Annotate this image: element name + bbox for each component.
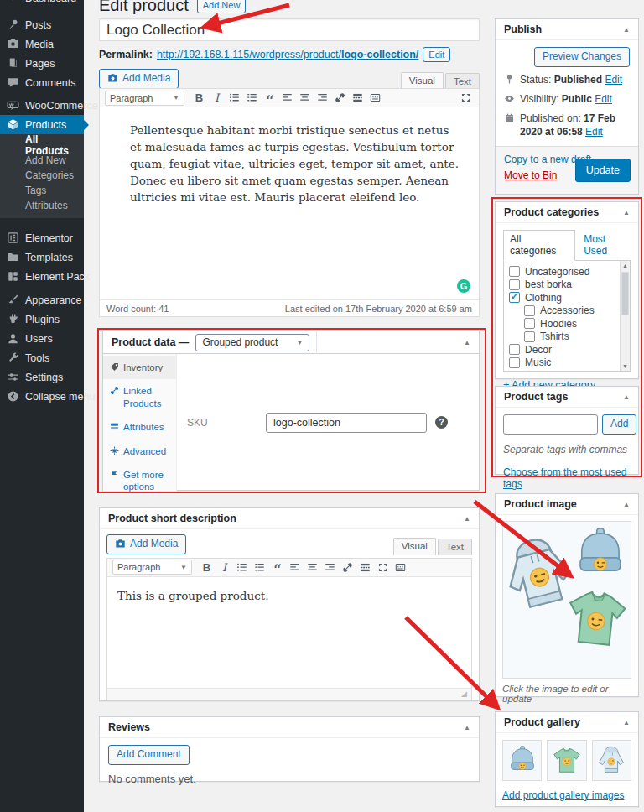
tab-advanced[interactable]: Advanced — [103, 440, 176, 463]
permalink-edit-button[interactable]: Edit — [423, 47, 450, 62]
insert-more-icon[interactable] — [357, 560, 373, 575]
gallery-thumb-hoodie[interactable] — [592, 740, 631, 781]
collapse-toggle-icon[interactable]: ▲ — [623, 501, 630, 508]
edit-published-link[interactable]: Edit — [585, 126, 603, 138]
numbered-list-icon[interactable] — [252, 560, 267, 575]
category-checkbox[interactable] — [509, 292, 520, 303]
scrollbar-thumb[interactable] — [621, 272, 629, 315]
bulleted-list-icon[interactable] — [226, 90, 242, 106]
submenu-item-all-products[interactable]: All Products — [0, 138, 84, 153]
preview-changes-button[interactable]: Preview Changes — [534, 47, 630, 67]
category-checkbox[interactable] — [524, 318, 535, 329]
gallery-thumb-beanie[interactable] — [502, 740, 542, 781]
bulleted-list-icon[interactable] — [234, 560, 250, 575]
numbered-list-icon[interactable] — [244, 90, 260, 106]
blockquote-icon[interactable]: “ — [262, 90, 278, 106]
gallery-thumb-tshirt[interactable] — [547, 740, 586, 781]
link-icon[interactable] — [332, 90, 348, 106]
fullscreen-icon[interactable] — [375, 560, 391, 575]
align-right-icon[interactable] — [322, 560, 338, 575]
sidebar-item-templates[interactable]: Templates — [0, 247, 84, 267]
align-center-icon[interactable] — [304, 560, 320, 575]
collapse-toggle-icon[interactable]: ▲ — [623, 719, 630, 726]
scroll-down-icon[interactable]: ▼ — [621, 363, 630, 369]
bold-icon[interactable]: B — [199, 560, 215, 575]
move-to-bin-link[interactable]: Move to Bin — [504, 169, 557, 181]
permalink-url[interactable]: http://192.168.1.115/wordpress/product/l… — [157, 49, 418, 60]
sidebar-item-settings[interactable]: Settings — [0, 367, 84, 387]
tab-get-more-options[interactable]: Get more options — [103, 463, 176, 499]
fullscreen-icon[interactable] — [458, 90, 474, 106]
sidebar-item-pages[interactable]: Pages — [0, 54, 84, 73]
category-checkbox[interactable] — [509, 279, 520, 290]
paragraph-dropdown[interactable]: Paragraph▼ — [112, 560, 192, 575]
submenu-item-categories[interactable]: Categories — [0, 168, 84, 183]
category-checkbox[interactable] — [524, 305, 535, 316]
edit-status-link[interactable]: Edit — [605, 74, 622, 86]
description-content[interactable]: Pellentesque habitant morbi tristique se… — [100, 107, 479, 299]
align-center-icon[interactable] — [297, 90, 313, 106]
collapse-toggle-icon[interactable]: ▲ — [464, 339, 470, 346]
category-checkbox[interactable] — [524, 331, 535, 342]
italic-icon[interactable]: I — [216, 560, 232, 575]
align-right-icon[interactable] — [314, 90, 330, 106]
toolbar-toggle-icon[interactable] — [392, 560, 408, 575]
editor-resize-bar[interactable]: ◢ — [107, 688, 471, 700]
submenu-item-attributes[interactable]: Attributes — [0, 198, 84, 213]
collapse-toggle-icon[interactable]: ▲ — [623, 209, 630, 216]
tags-input[interactable] — [503, 414, 598, 435]
sidebar-item-media[interactable]: Media — [0, 34, 84, 54]
sidebar-item-elementor[interactable]: Elementor — [0, 228, 84, 247]
italic-icon[interactable]: I — [209, 90, 225, 106]
link-icon[interactable] — [340, 560, 356, 575]
submenu-item-tags[interactable]: Tags — [0, 183, 84, 198]
sidebar-item-products[interactable]: Products — [0, 115, 84, 134]
sidebar-item-element-pack[interactable]: Element Pack — [0, 267, 84, 286]
tab-visual[interactable]: Visual — [401, 72, 444, 90]
tab-all-categories[interactable]: All categories — [503, 230, 575, 261]
category-checkbox[interactable] — [509, 266, 520, 277]
category-checkbox[interactable] — [509, 357, 520, 368]
tab-most-used[interactable]: Most Used — [584, 233, 631, 260]
update-button[interactable]: Update — [575, 159, 631, 182]
align-left-icon[interactable] — [287, 560, 303, 575]
add-media-button[interactable]: Add Media — [99, 69, 179, 89]
scrollbar[interactable]: ▲ ▼ — [620, 261, 630, 371]
align-left-icon[interactable] — [279, 90, 295, 106]
insert-more-icon[interactable] — [350, 90, 366, 106]
sidebar-item-users[interactable]: Users — [0, 329, 84, 348]
sidebar-item-appearance[interactable]: Appearance — [0, 290, 84, 310]
collapse-toggle-icon[interactable]: ▲ — [464, 515, 470, 523]
tab-text[interactable]: Text — [438, 539, 472, 555]
blockquote-icon[interactable]: “ — [269, 560, 285, 575]
tab-attributes[interactable]: Attributes — [103, 415, 176, 439]
edit-visibility-link[interactable]: Edit — [595, 93, 612, 105]
sidebar-collapse-menu[interactable]: Collapse menu — [0, 387, 84, 406]
sku-input[interactable] — [266, 413, 427, 433]
tab-text[interactable]: Text — [445, 73, 480, 90]
resize-grip-icon[interactable]: ◢ — [461, 690, 470, 698]
add-gallery-images-link[interactable]: Add product gallery images — [502, 789, 624, 801]
sidebar-item-woocommerce[interactable]: WooCommerce — [0, 96, 84, 115]
sidebar-item-posts[interactable]: Posts — [0, 15, 84, 34]
grammarly-icon[interactable]: G — [457, 279, 470, 293]
choose-most-used-tags-link[interactable]: Choose from the most used tags — [503, 466, 631, 490]
sidebar-item-comments[interactable]: Comments — [0, 73, 84, 92]
sidebar-item-tools[interactable]: Tools — [0, 348, 84, 367]
add-tag-button[interactable]: Add — [602, 414, 636, 435]
product-title-input[interactable] — [99, 18, 480, 41]
bold-icon[interactable]: B — [191, 90, 207, 106]
category-checkbox[interactable] — [509, 344, 520, 355]
product-image[interactable] — [502, 521, 631, 679]
tab-linked-products[interactable]: Linked Products — [103, 379, 176, 415]
collapse-toggle-icon[interactable]: ▲ — [464, 724, 470, 731]
add-new-button[interactable]: Add New — [197, 0, 247, 13]
toolbar-toggle-icon[interactable] — [367, 90, 383, 106]
scroll-up-icon[interactable]: ▲ — [621, 263, 630, 268]
collapse-toggle-icon[interactable]: ▲ — [623, 393, 630, 401]
product-type-select[interactable]: Grouped product▼ — [195, 334, 309, 351]
collapse-toggle-icon[interactable]: ▲ — [623, 26, 630, 34]
short-description-content[interactable]: This is a grouped product. — [107, 577, 471, 687]
sidebar-item-plugins[interactable]: Plugins — [0, 310, 84, 329]
sidebar-item-dashboard[interactable]: Dashboard — [0, 0, 84, 8]
